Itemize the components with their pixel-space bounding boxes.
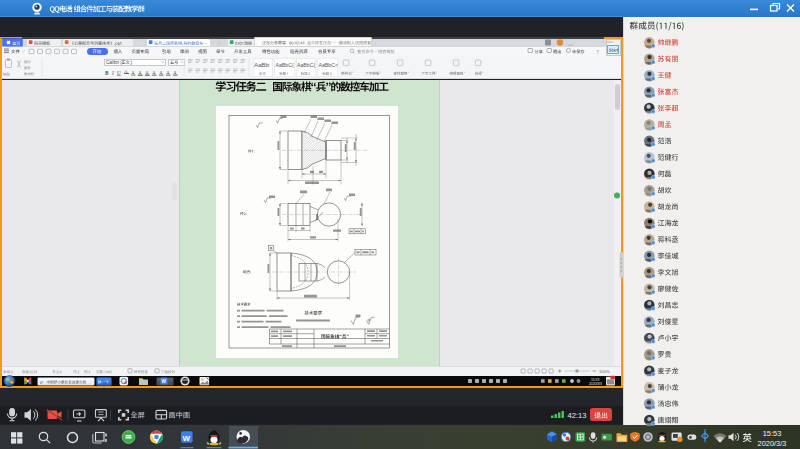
svg-text:15:53: 15:53 [763, 429, 782, 438]
svg-text:): ) [131, 60, 133, 65]
svg-text:e: e [40, 378, 43, 386]
svg-text:A: A [138, 70, 142, 76]
svg-text:AaBbC<: AaBbC< [319, 62, 338, 68]
svg-text:A: A [124, 69, 128, 74]
svg-text:AaBbC(: AaBbC( [276, 62, 294, 68]
svg-text:AaBb: AaBb [254, 61, 270, 68]
svg-text:A: A [159, 70, 163, 76]
svg-text:A: A [152, 70, 156, 76]
svg-text:W: W [183, 434, 191, 443]
svg-text:AaBbC(: AaBbC( [297, 62, 315, 68]
svg-text:2020/3/3: 2020/3/3 [758, 439, 787, 448]
svg-text:A: A [173, 70, 177, 76]
svg-text:U: U [117, 70, 121, 76]
svg-text:A: A [145, 70, 149, 76]
svg-text:2020/3/3: 2020/3/3 [589, 382, 602, 386]
svg-text:A: A [166, 70, 170, 76]
svg-text:42:13: 42:13 [568, 411, 587, 420]
svg-text:B: B [105, 70, 109, 76]
svg-text:Calibri (: Calibri ( [106, 60, 122, 65]
svg-text:A: A [131, 70, 135, 76]
svg-text:100%: 100% [599, 369, 610, 374]
svg-text:I: I [111, 70, 114, 76]
svg-text:W: W [162, 379, 167, 384]
